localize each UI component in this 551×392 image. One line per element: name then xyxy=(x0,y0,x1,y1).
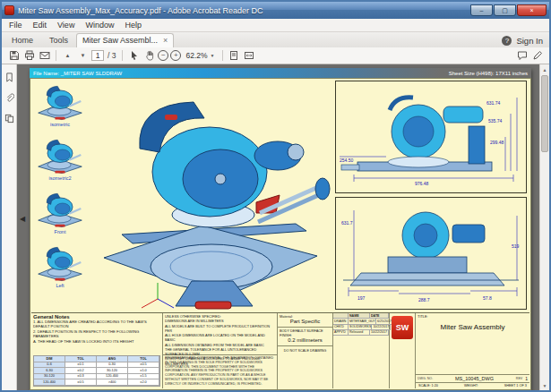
menu-edit[interactable]: Edit xyxy=(28,21,53,30)
table-cell: 120-400 xyxy=(34,379,65,386)
save-icon[interactable] xyxy=(7,49,21,63)
print-icon[interactable] xyxy=(22,49,36,63)
pdf-page: File Name: _MITER SAW SLDDRAW Sheet Size… xyxy=(30,68,531,390)
title-block: TITLE: Miter Saw Assembly DWG. NO. MS_10… xyxy=(415,313,529,388)
view-thumbnail-isometric: isometric xyxy=(34,82,86,127)
help-icon[interactable]: ? xyxy=(502,36,512,46)
spec-line: ALL HOLE DIMENSIONS ARE LOCATED ON THE M… xyxy=(165,333,275,343)
titlebar[interactable]: Miter Saw Assembly_Max_Accuracy.pdf - Ad… xyxy=(2,2,549,19)
table-cell: APPV'D xyxy=(333,330,349,336)
front-dimension-view: 631.7 519 197 288.7 57.8 xyxy=(335,197,527,310)
vertical-scrollbar[interactable]: ▲ ▼ xyxy=(539,64,549,390)
main-area: ◀ File Name: _MITER SAW SLDDRAW Sheet Si… xyxy=(2,64,549,390)
thumbnail-label: isometric2 xyxy=(34,175,86,181)
weight-label: WEIGHT: xyxy=(464,384,478,388)
select-tool-icon[interactable] xyxy=(127,49,141,63)
thumbnail-label: Front xyxy=(34,229,86,234)
app-window: Miter Saw Assembly_Max_Accuracy.pdf - Ad… xyxy=(0,0,551,392)
scroll-up-arrow[interactable]: ▲ xyxy=(540,64,549,74)
dim-label: 288.7 xyxy=(418,298,430,303)
document-canvas[interactable]: ◀ File Name: _MITER SAW SLDDRAW Sheet Si… xyxy=(17,64,539,390)
finish-value: 0.2 millimeters xyxy=(278,337,332,344)
dim-label: 57.8 xyxy=(483,296,492,301)
thumbnails-panel-icon[interactable] xyxy=(4,113,14,124)
drawing-sheet: isometric isometric2 Front Left xyxy=(30,78,531,390)
note-line: 1. ALL DIMENSIONS ARE CREATED ACCORDING … xyxy=(33,320,160,329)
thumbnail-label: Left xyxy=(34,283,86,288)
attachments-panel-icon[interactable] xyxy=(4,92,14,103)
drawing-title: Miter Saw Assembly xyxy=(416,323,529,331)
toolbar-separator xyxy=(222,50,223,61)
solidworks-logo: SW xyxy=(392,316,413,339)
email-icon[interactable] xyxy=(38,49,51,63)
tab-close-icon[interactable]: × xyxy=(163,37,168,45)
close-button[interactable]: × xyxy=(517,4,547,16)
window-controls: – ▢ × xyxy=(470,4,547,16)
dim-label: 519 xyxy=(512,244,519,249)
drawing-sheet-size: Sheet Size (H498): 17X11 inches xyxy=(449,71,528,76)
menu-window[interactable]: Window xyxy=(80,21,119,30)
zoom-in-icon[interactable]: + xyxy=(170,50,181,61)
window-title: Miter Saw Assembly_Max_Accuracy.pdf - Ad… xyxy=(18,6,467,15)
table-cell: ±2.0 xyxy=(128,379,159,386)
scroll-down-arrow[interactable]: ▼ xyxy=(540,380,549,390)
tab-bar: Home Tools Miter Saw Assembl... × ? Sign… xyxy=(2,32,549,47)
note-line: 2. DEFAULT POSITION IS IN RESPECT TO THE… xyxy=(33,329,160,339)
dwg-no-label: DWG. NO. xyxy=(418,377,433,380)
mini-saw-graphic xyxy=(35,190,85,229)
material-section: Material: Part Specific xyxy=(278,313,332,328)
title-label: TITLE: xyxy=(416,313,529,319)
menu-help[interactable]: Help xyxy=(119,21,147,30)
title-block-bottom: DWG. NO. MS_10045_DWG REV 1 SCALE: 1:20 … xyxy=(416,374,529,388)
page-number-input[interactable]: 1 xyxy=(91,50,104,61)
tab-document[interactable]: Miter Saw Assembl... × xyxy=(76,33,174,47)
highlight-pen-icon[interactable] xyxy=(530,49,544,63)
hand-tool-icon[interactable] xyxy=(142,49,156,63)
toolbar-separator xyxy=(56,50,56,61)
tab-document-label: Miter Saw Assembl... xyxy=(82,36,158,45)
spec-block: UNLESS OTHERWISE SPECIFIED: DIMENSIONS A… xyxy=(163,313,278,355)
table-cell: >400 xyxy=(97,379,128,386)
fit-page-icon[interactable] xyxy=(228,49,241,63)
zoom-level-dropdown[interactable]: 62.2% ▼ xyxy=(183,51,217,60)
zoom-out-icon[interactable]: − xyxy=(158,50,168,61)
material-value: Part Specific xyxy=(278,319,332,325)
view-thumbnail-isometric2: isometric2 xyxy=(34,136,86,181)
previous-view-arrow[interactable]: ◀ xyxy=(20,215,25,223)
next-page-icon[interactable]: ▼ xyxy=(76,49,90,63)
dim-label: 631.7 xyxy=(341,221,353,226)
dim-label: 976.48 xyxy=(415,182,428,186)
tolerance-table: DIMTOLANGTOL0-6±0.10-30±0.56-30±0.230-12… xyxy=(33,355,160,387)
title-block-band: General Notes 1. ALL DIMENSIONS ARE CREA… xyxy=(31,312,529,388)
material-box: Material: Part Specific BODY DEFAULT SUR… xyxy=(278,313,333,388)
sheet-count: SHEET 1 OF 3 xyxy=(504,384,527,388)
tabbar-right: ? Sign In xyxy=(497,36,547,47)
sign-in-button[interactable]: Sign In xyxy=(516,36,543,46)
dim-label: 535.74 xyxy=(488,119,502,124)
spec-line: ALL MODELS ARE BUILT TO COMPLETE PRODUCT… xyxy=(165,324,275,334)
menu-view[interactable]: View xyxy=(52,21,80,30)
drawing-header-strip: File Name: _MITER SAW SLDDRAW Sheet Size… xyxy=(30,68,531,78)
mini-saw-graphic xyxy=(35,82,85,122)
comment-icon[interactable] xyxy=(515,49,529,63)
bookmarks-panel-icon[interactable] xyxy=(4,72,14,82)
mini-saw-graphic xyxy=(35,136,85,175)
dwg-no-value: MS_10045_DWG xyxy=(435,376,513,381)
drawing-file-name: File Name: _MITER SAW SLDDRAW xyxy=(33,71,122,76)
previous-page-icon[interactable]: ▲ xyxy=(61,49,74,63)
general-notes-box: General Notes 1. ALL DIMENSIONS ARE CREA… xyxy=(31,313,163,388)
maximize-button[interactable]: ▢ xyxy=(494,4,516,16)
table-row: APPV'DReleased10/22/2017 xyxy=(333,330,389,336)
proprietary-notice: PROPRIETARY AND CONFIDENTIAL: THE INFORM… xyxy=(163,355,278,389)
toolbar-right-group xyxy=(515,49,544,63)
rev-value: 1 xyxy=(525,376,528,381)
minimize-button[interactable]: – xyxy=(470,4,493,16)
side-view-drawing xyxy=(336,81,526,192)
menu-file[interactable]: File xyxy=(4,21,28,30)
dwg-number-row: DWG. NO. MS_10045_DWG REV 1 xyxy=(416,375,529,383)
scrollbar-thumb[interactable] xyxy=(541,75,548,152)
side-dimension-view: 631.74 535.74 299.48 254.50 976.48 xyxy=(335,81,527,193)
fit-width-icon[interactable] xyxy=(243,49,256,63)
tab-home[interactable]: Home xyxy=(4,34,41,47)
tab-tools[interactable]: Tools xyxy=(41,34,76,47)
